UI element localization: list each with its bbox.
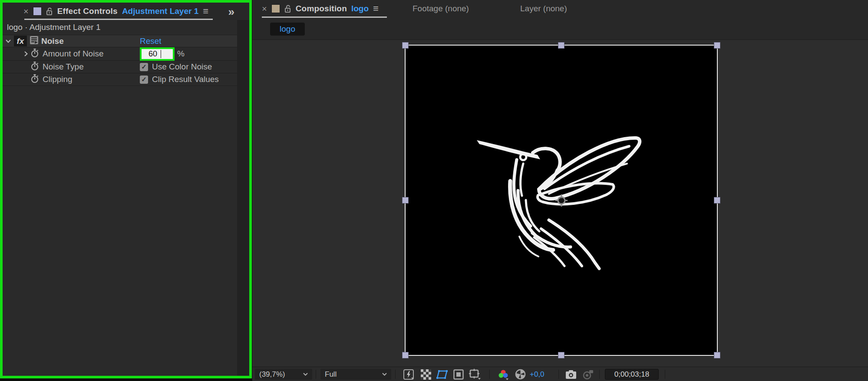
composition-toolbar: (39,7%) Full bbox=[252, 367, 868, 381]
tab-composition[interactable]: × Composition logo ≡ bbox=[262, 0, 379, 17]
panel-title-comp-name[interactable]: logo bbox=[351, 4, 369, 13]
text-cursor bbox=[161, 50, 161, 58]
fast-previews-button[interactable] bbox=[402, 369, 416, 380]
anchor-point-icon[interactable] bbox=[555, 194, 568, 207]
tab-layer[interactable]: Layer (none) bbox=[520, 0, 567, 17]
unlock-icon[interactable] bbox=[284, 4, 291, 13]
stopwatch-icon[interactable] bbox=[30, 74, 39, 85]
selection-handle[interactable] bbox=[402, 197, 409, 204]
comp-breadcrumb-bar: logo bbox=[252, 19, 868, 40]
composition-tabbar: × Composition logo ≡ Footage (none) Laye… bbox=[252, 0, 868, 19]
property-row-noise-type[interactable]: Noise Type ✓ Use Color Noise bbox=[3, 61, 237, 73]
current-time-display[interactable]: 0;00;03;18 bbox=[605, 369, 659, 380]
active-tab-underline bbox=[262, 16, 387, 18]
effect-row-noise[interactable]: fx Noise Reset bbox=[3, 35, 237, 47]
chevron-down-icon[interactable] bbox=[3, 39, 14, 43]
show-snapshot-button[interactable] bbox=[581, 369, 594, 380]
scrollbar-gutter[interactable] bbox=[237, 19, 249, 376]
panel-title-layer-name[interactable]: Adjustment Layer 1 bbox=[122, 7, 198, 16]
panel-overflow-chevrons-icon[interactable]: » bbox=[228, 5, 234, 19]
reset-button[interactable]: Reset bbox=[140, 36, 162, 46]
checkbox-label: Use Color Noise bbox=[152, 62, 212, 72]
show-channel-button[interactable] bbox=[497, 369, 510, 380]
clip-result-values-checkbox[interactable]: ✓ bbox=[140, 76, 148, 84]
value-suffix: % bbox=[177, 49, 185, 59]
selection-handle[interactable] bbox=[714, 42, 720, 49]
chevron-right-icon[interactable] bbox=[22, 51, 30, 56]
composition-panel: × Composition logo ≡ Footage (none) Laye… bbox=[252, 0, 868, 381]
magnification-dropdown[interactable]: (39,7%) bbox=[255, 369, 312, 380]
grid-and-guides-button[interactable] bbox=[468, 369, 482, 380]
resolution-dropdown[interactable]: Full bbox=[320, 369, 391, 380]
panel-title[interactable]: Effect Controls bbox=[57, 7, 118, 16]
annotation-highlight-box: 60 bbox=[140, 47, 175, 61]
take-snapshot-button[interactable] bbox=[565, 369, 577, 380]
checkbox-label: Clip Result Values bbox=[152, 75, 219, 84]
property-label: Amount of Noise bbox=[43, 49, 103, 59]
property-row-clipping[interactable]: Clipping ✓ Clip Result Values bbox=[3, 73, 237, 86]
selection-handle[interactable] bbox=[714, 197, 720, 204]
layer-color-swatch[interactable] bbox=[33, 7, 42, 16]
mask-shape-visibility-button[interactable] bbox=[435, 369, 449, 380]
panel-menu-icon[interactable]: ≡ bbox=[203, 7, 208, 16]
selection-handle[interactable] bbox=[714, 352, 720, 358]
selection-handle[interactable] bbox=[558, 352, 564, 358]
property-label: Noise Type bbox=[43, 62, 84, 72]
close-icon[interactable]: × bbox=[23, 7, 29, 16]
selection-handle[interactable] bbox=[402, 42, 409, 49]
effect-icon bbox=[30, 36, 39, 47]
adjust-exposure-button[interactable] bbox=[515, 369, 526, 380]
region-of-interest-button[interactable] bbox=[452, 369, 465, 380]
chevron-down-icon bbox=[382, 373, 387, 376]
effect-controls-panel: × Effect Controls Adjustment Layer 1 ≡ »… bbox=[0, 0, 252, 378]
panel-menu-icon[interactable]: ≡ bbox=[373, 4, 379, 13]
transparency-grid-button[interactable] bbox=[419, 369, 432, 380]
effect-name[interactable]: Noise bbox=[41, 36, 64, 46]
selection-handle[interactable] bbox=[402, 352, 409, 358]
stopwatch-icon[interactable] bbox=[30, 48, 39, 60]
exposure-value[interactable]: +0,0 bbox=[530, 369, 545, 380]
comp-color-swatch[interactable] bbox=[271, 4, 280, 13]
tab-footage[interactable]: Footage (none) bbox=[413, 0, 469, 17]
fx-toggle-button[interactable]: fx bbox=[14, 36, 27, 46]
unlock-icon[interactable] bbox=[46, 7, 53, 16]
selection-handle[interactable] bbox=[558, 42, 564, 49]
effect-controls-tabbar: × Effect Controls Adjustment Layer 1 ≡ bbox=[3, 3, 249, 20]
use-color-noise-checkbox[interactable]: ✓ bbox=[140, 63, 148, 71]
effect-controls-breadcrumb: logo · Adjustment Layer 1 bbox=[3, 20, 237, 35]
close-icon[interactable]: × bbox=[262, 4, 267, 13]
property-label: Clipping bbox=[43, 75, 73, 84]
property-row-amount-of-noise[interactable]: Amount of Noise 60 % bbox=[3, 47, 237, 61]
comp-breadcrumb-button[interactable]: logo bbox=[270, 23, 305, 36]
stopwatch-icon[interactable] bbox=[30, 61, 39, 73]
amount-of-noise-input[interactable]: 60 bbox=[142, 49, 173, 59]
chevron-down-icon bbox=[303, 373, 308, 376]
composition-viewport[interactable] bbox=[252, 40, 868, 367]
panel-title[interactable]: Composition bbox=[296, 4, 347, 13]
composition-canvas[interactable] bbox=[406, 46, 717, 355]
